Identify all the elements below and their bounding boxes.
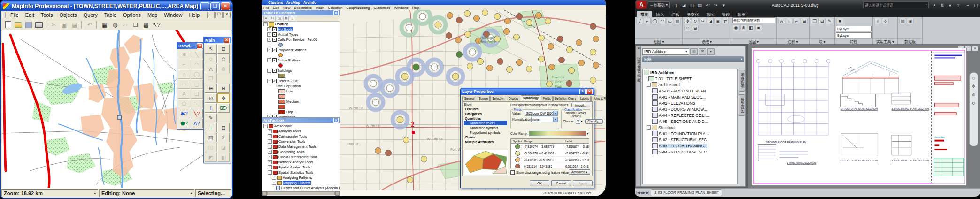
- window-minimize-button[interactable]: –: [965, 2, 972, 8]
- statusbar-zoom[interactable]: Zoom: 18.92 km▴: [1, 189, 98, 197]
- expand-icon[interactable]: -: [267, 79, 271, 83]
- layout-sheet[interactable]: demo key SECOND FLOOR FRAMING PLANSTRUCT…: [751, 48, 967, 186]
- menu-selection[interactable]: Selection: [326, 6, 344, 10]
- arc-icon[interactable]: ◠: [659, 18, 666, 24]
- open-table-icon[interactable]: [14, 20, 23, 29]
- symbol-style-tool[interactable]: ✱?: [178, 109, 190, 118]
- menu-query[interactable]: Query: [80, 12, 101, 18]
- expand-icon[interactable]: +: [267, 27, 271, 31]
- tab-fields[interactable]: Fields: [541, 96, 553, 101]
- sheet-tree-item[interactable]: -Structural: [643, 124, 737, 130]
- help-icon[interactable]: ?: [955, 2, 962, 8]
- sheet-tree-item[interactable]: A-05 - SECTIONS AND D...: [643, 118, 737, 124]
- publish-icon[interactable]: ▤: [690, 48, 698, 55]
- expand-icon[interactable]: -: [267, 115, 271, 117]
- boundary-select-tool[interactable]: ◇: [217, 54, 230, 63]
- leader-icon[interactable]: ⌐: [793, 18, 800, 24]
- toolbox-item[interactable]: +Cartography Tools: [262, 134, 340, 139]
- section-collapse-icon[interactable]: ▴: [741, 57, 742, 61]
- ribbon-tab-常用[interactable]: 常用: [637, 11, 652, 17]
- expand-icon[interactable]: -: [268, 170, 272, 175]
- layer-on-icon[interactable]: ◉: [733, 24, 740, 31]
- favorites-icon[interactable]: ★: [947, 2, 954, 8]
- sheet-tree-item[interactable]: A-01 - MAIN AND SECO...: [643, 94, 737, 100]
- text-style-tool[interactable]: A?: [191, 119, 203, 128]
- scroll-right-icon[interactable]: [335, 191, 340, 196]
- new-layout-icon[interactable]: ❒: [131, 20, 140, 29]
- layer-lock-icon[interactable]: ◧: [748, 24, 755, 31]
- copy-clip-icon[interactable]: ▣: [907, 18, 914, 24]
- main-toolbar-close-icon[interactable]: ✕: [224, 38, 230, 43]
- tab-joins-relates[interactable]: Joins & Relates: [591, 96, 606, 101]
- erase-icon[interactable]: ◪: [707, 18, 714, 24]
- layer-visibility-checkbox[interactable]: ✓: [272, 115, 277, 117]
- toc-layer[interactable]: -✓Active Stations: [262, 58, 340, 63]
- expand-icon[interactable]: -: [647, 83, 651, 87]
- toolbox-item[interactable]: +Analysis Tools: [262, 129, 340, 134]
- workspace-combo[interactable]: 三维基础 ▾: [648, 1, 670, 8]
- toc-layer[interactable]: -✓Buildings: [262, 68, 340, 73]
- qat-save-icon[interactable]: ◫: [688, 2, 695, 8]
- ribbon-panel-label[interactable]: 特性: [835, 38, 872, 44]
- ribbon-panel-label[interactable]: 图层 ▾: [731, 38, 776, 44]
- normalization-combo[interactable]: none: [531, 117, 553, 122]
- tab-definition-query[interactable]: Definition Query: [553, 96, 578, 101]
- menu-windows[interactable]: Windows: [392, 6, 410, 10]
- advanced-button[interactable]: Advanced ▾: [569, 169, 590, 175]
- toc-data-frame[interactable]: -Routing: [262, 22, 340, 27]
- sheet-tree-item[interactable]: A-04 - REFLECTED CEILI...: [643, 112, 737, 118]
- ribbon-tab-插入[interactable]: 插入: [652, 11, 668, 17]
- expand-icon[interactable]: -: [267, 48, 271, 52]
- dropdown-arrow-icon[interactable]: ▼: [580, 120, 583, 123]
- expand-icon[interactable]: -: [647, 125, 651, 130]
- tab-symbology[interactable]: Symbology: [521, 95, 540, 101]
- list-by-selection-icon[interactable]: ▤: [283, 16, 289, 21]
- toolbox-item[interactable]: +Spatial Analyst Tools: [262, 165, 340, 170]
- menu-map[interactable]: Map: [144, 12, 161, 18]
- menu-view[interactable]: View: [281, 6, 292, 10]
- dialog-titlebar[interactable]: Layer Properties ? ✕: [461, 88, 594, 95]
- ribbon-tab-输出[interactable]: 输出: [734, 11, 749, 17]
- classification-row[interactable]: -3.684778 - -0.410962-3.684778 - -0.4109…: [511, 150, 589, 157]
- layout-nav-icon[interactable]: |◀: [636, 191, 640, 195]
- mapinfo-maximize-button[interactable]: ❐: [210, 2, 220, 10]
- mapinfo-close-button[interactable]: ✕: [221, 2, 230, 10]
- classification-row[interactable]: -0.410961 - 0.531513-0.410961 - 0.531513: [511, 157, 589, 163]
- ribbon-panel-label[interactable]: 剪贴板: [898, 38, 922, 44]
- qat-undo-icon[interactable]: ↶: [704, 2, 711, 8]
- statusbar-selecting[interactable]: Selecting...: [195, 189, 231, 197]
- new-table-icon[interactable]: [3, 20, 13, 29]
- label-tool[interactable]: ✎: [205, 113, 217, 122]
- toolbox-item[interactable]: +Network Analyst Tools: [262, 160, 340, 165]
- copy-icon[interactable]: ▣: [714, 18, 721, 24]
- drawing-toolbar-titlebar[interactable]: Drawi... ✕: [177, 43, 204, 49]
- toc-layer[interactable]: -✓Boundaries: [262, 115, 340, 117]
- menu-file[interactable]: File: [262, 6, 271, 10]
- sheet-tree-item[interactable]: IRD Addition: [643, 69, 737, 76]
- menu-bookmarks[interactable]: Bookmarks: [292, 6, 314, 10]
- qat-dropdown-icon[interactable]: ▾: [720, 2, 727, 8]
- layer-state-combo[interactable]: 未保存的图层状态: [732, 17, 775, 23]
- doc-minimize-button[interactable]: _: [207, 12, 215, 18]
- dropdown-arrow-icon[interactable]: ▼: [553, 111, 558, 116]
- sheet-tree-item[interactable]: T-01 - TITLE SHEET: [643, 76, 737, 82]
- classification-row[interactable]: -7.826674 - -3.684779-7.826674 - -3.6847…: [511, 144, 589, 150]
- communication-icon[interactable]: ⇅: [939, 2, 946, 8]
- doc-restore-button[interactable]: ❐: [215, 12, 223, 18]
- arctoolbox-header[interactable]: ArcToolbox ✕: [262, 118, 340, 123]
- doc-close-icon[interactable]: ✕: [972, 46, 978, 51]
- tab-labels[interactable]: Labels: [579, 96, 591, 101]
- search-binoculars-icon[interactable]: ◔: [925, 3, 927, 7]
- dropdown-arrow-icon[interactable]: ▼: [586, 132, 589, 135]
- arcmap-titlebar[interactable]: Clusters - ArcMap - ArcInfo: [262, 0, 606, 5]
- region-style-tool[interactable]: ⬟?: [178, 119, 190, 128]
- autocad-logo-icon[interactable]: A: [636, 1, 647, 9]
- dimension-icon[interactable]: ↔: [786, 18, 793, 24]
- layer-freeze-icon[interactable]: ❄: [740, 24, 747, 31]
- autocad-titlebar[interactable]: A 三维基础 ▾ ▯◪◫▤↶↷▾ AutoCAD 2011 S-03.dwg 键…: [635, 0, 980, 10]
- cancel-button[interactable]: Cancel: [551, 180, 571, 186]
- select-tool[interactable]: ↖: [205, 44, 217, 54]
- change-view-tool[interactable]: ⊙: [205, 93, 217, 103]
- show-item[interactable]: Proportional symbols: [464, 130, 507, 135]
- sheet-tree-item[interactable]: S-02 - STRUCTURAL SEC...: [643, 137, 737, 143]
